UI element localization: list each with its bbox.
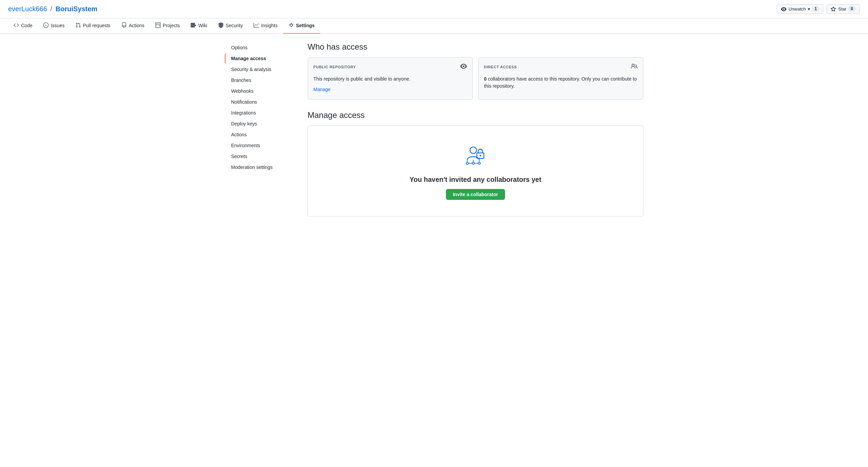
public-repo-card: PUBLIC REPOSITORY This repository is pub… [308, 57, 473, 100]
empty-state: You haven't invited any collaborators ye… [308, 126, 643, 216]
sidebar-label-secrets: Secrets [231, 154, 247, 159]
who-has-access-title: Who has access [308, 42, 643, 52]
nav-item-wiki[interactable]: Wiki [185, 18, 212, 34]
sidebar-label-actions: Actions [231, 132, 247, 137]
manage-access-title: Manage access [308, 110, 643, 120]
nav-item-issues[interactable]: Issues [38, 18, 70, 34]
manage-link[interactable]: Manage [313, 87, 331, 92]
sidebar-item-manage-access[interactable]: Manage access [225, 53, 299, 64]
nav-security-label: Security [226, 23, 243, 28]
nav-item-projects[interactable]: Projects [150, 18, 186, 34]
sidebar-item-options[interactable]: Options [225, 42, 299, 53]
nav-item-security[interactable]: Security [213, 18, 248, 34]
public-repo-label: PUBLIC REPOSITORY [313, 65, 356, 69]
empty-title: You haven't invited any collaborators ye… [410, 176, 541, 184]
svg-point-0 [470, 147, 476, 153]
nav-pr-label: Pull requests [83, 23, 110, 28]
sidebar-label-deploy-keys: Deploy keys [231, 121, 257, 126]
eye-card-icon [460, 63, 467, 71]
sidebar-label-integrations: Integrations [231, 110, 256, 116]
public-repo-card-header: PUBLIC REPOSITORY [313, 63, 467, 71]
sidebar-item-branches[interactable]: Branches [225, 75, 299, 86]
issue-icon [43, 22, 49, 29]
top-bar: everLuck666 / BoruiSystem Unwatch ▾ 1 St… [0, 0, 868, 18]
nav-wiki-label: Wiki [198, 23, 207, 28]
direct-access-suffix: collaborators have access to this reposi… [484, 76, 637, 89]
collaborator-lock-icon [462, 142, 489, 170]
sidebar-label-branches: Branches [231, 77, 251, 83]
svg-point-3 [466, 162, 468, 164]
direct-access-description: 0 collaborators have access to this repo… [484, 75, 638, 90]
security-icon [218, 22, 224, 29]
manage-access-section: You haven't invited any collaborators ye… [308, 125, 643, 217]
unwatch-count: 1 [812, 6, 819, 12]
nav-issues-label: Issues [51, 23, 64, 28]
main-content: Who has access PUBLIC REPOSITORY This re… [308, 42, 643, 217]
code-icon [14, 22, 19, 29]
sidebar-item-notifications[interactable]: Notifications [225, 97, 299, 107]
unwatch-button[interactable]: Unwatch ▾ 1 [777, 4, 823, 14]
insights-icon [254, 22, 259, 29]
direct-access-card-header: DIRECT ACCESS [484, 63, 638, 71]
public-repo-description: This repository is public and visible to… [313, 75, 467, 83]
unwatch-label: Unwatch [788, 6, 806, 12]
actions-icon [121, 22, 127, 29]
sidebar-label-webhooks: Webhooks [231, 88, 254, 94]
top-actions: Unwatch ▾ 1 Star 0 [777, 4, 860, 14]
sidebar-item-security-analysis[interactable]: Security & analysis [225, 64, 299, 75]
sidebar-item-secrets[interactable]: Secrets [225, 151, 299, 162]
people-icon [631, 63, 638, 71]
repo-nav: Code Issues Pull requests Actions [0, 18, 868, 34]
sidebar-item-environments[interactable]: Environments [225, 140, 299, 151]
sidebar-item-integrations[interactable]: Integrations [225, 107, 299, 118]
repo-title: everLuck666 / BoruiSystem [8, 5, 98, 13]
nav-item-settings[interactable]: Settings [283, 18, 320, 34]
projects-icon [155, 22, 161, 29]
sidebar-label-environments: Environments [231, 143, 260, 148]
direct-access-label: DIRECT ACCESS [484, 65, 517, 69]
invite-collaborator-button[interactable]: Invite a collaborator [446, 189, 505, 200]
sidebar-item-actions[interactable]: Actions [225, 129, 299, 140]
sidebar-label-moderation-settings: Moderation settings [231, 165, 273, 170]
nav-settings-label: Settings [296, 23, 315, 28]
sidebar-label-options: Options [231, 45, 247, 50]
nav-item-pull-requests[interactable]: Pull requests [70, 18, 116, 34]
sidebar-label-manage-access: Manage access [231, 56, 266, 61]
repo-link[interactable]: BoruiSystem [55, 5, 97, 13]
access-cards: PUBLIC REPOSITORY This repository is pub… [308, 57, 643, 100]
direct-access-count: 0 [484, 76, 487, 82]
star-count: 0 [848, 6, 855, 12]
nav-item-code[interactable]: Code [8, 18, 38, 34]
star-button[interactable]: Star 0 [826, 4, 860, 14]
sidebar-item-moderation-settings[interactable]: Moderation settings [225, 162, 299, 173]
sidebar-item-webhooks[interactable]: Webhooks [225, 86, 299, 97]
sidebar-item-deploy-keys[interactable]: Deploy keys [225, 118, 299, 129]
page-layout: Options Manage access Security & analysi… [216, 34, 652, 225]
nav-item-insights[interactable]: Insights [248, 18, 283, 34]
svg-point-4 [472, 162, 474, 164]
nav-actions-label: Actions [129, 23, 144, 28]
sidebar-label-notifications: Notifications [231, 99, 257, 105]
nav-item-actions[interactable]: Actions [116, 18, 150, 34]
direct-access-card: DIRECT ACCESS 0 collaborators have acces… [478, 57, 643, 100]
sidebar-label-security-analysis: Security & analysis [231, 67, 271, 72]
settings-icon [289, 22, 294, 29]
svg-point-2 [480, 155, 481, 156]
owner-link[interactable]: everLuck666 [8, 5, 47, 13]
chevron-down-icon: ▾ [808, 6, 810, 12]
nav-projects-label: Projects [163, 23, 180, 28]
separator: / [50, 5, 52, 13]
wiki-icon [191, 22, 196, 29]
star-label: Star [838, 6, 846, 12]
nav-code-label: Code [21, 23, 32, 28]
nav-insights-label: Insights [261, 23, 277, 28]
svg-point-5 [478, 162, 480, 164]
eye-icon [781, 6, 786, 12]
pr-icon [75, 22, 81, 29]
star-icon [831, 6, 836, 12]
sidebar: Options Manage access Security & analysi… [225, 42, 299, 217]
